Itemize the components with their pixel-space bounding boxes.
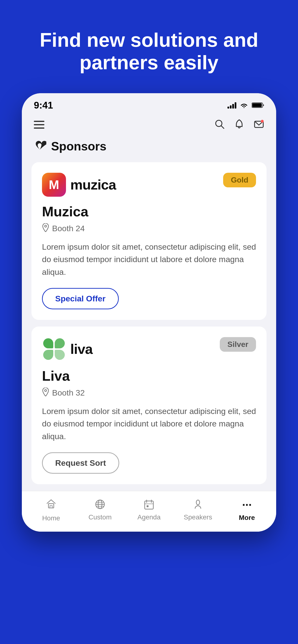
page-header: Sponsors: [22, 136, 276, 160]
home-label: Home: [42, 514, 60, 522]
svg-point-9: [45, 225, 47, 227]
nav-item-more[interactable]: ··· More: [231, 498, 262, 522]
status-icons: [227, 102, 264, 108]
liva-logo-area: liva: [42, 337, 93, 361]
liva-cta-button[interactable]: Request Sort: [42, 452, 119, 474]
svg-point-10: [45, 390, 47, 392]
sponsor-card-liva: liva Silver Liva Booth 32 Lorem ipsum do…: [32, 326, 266, 484]
status-time: 9:41: [34, 100, 53, 111]
agenda-label: Agenda: [137, 514, 161, 521]
muzica-cta-button[interactable]: Special Offer: [42, 288, 119, 309]
muzica-tier-badge: Gold: [223, 173, 256, 187]
nav-item-home[interactable]: Home: [36, 498, 67, 522]
muzica-logo-area: M muzica: [42, 173, 116, 197]
liva-description: Lorem ipsum dolor sit amet, consectetur …: [42, 405, 256, 443]
nav-item-custom[interactable]: Custom: [84, 498, 116, 521]
liva-booth: Booth 32: [52, 388, 85, 398]
bell-icon[interactable]: [234, 119, 244, 132]
speakers-icon: [192, 498, 204, 511]
hero-section: Find new solutions and partners easily: [0, 0, 298, 93]
muzica-logo-text: muzica: [70, 176, 116, 192]
more-label: More: [239, 514, 255, 522]
muzica-logo-icon: M: [42, 173, 66, 197]
search-icon[interactable]: [214, 119, 225, 132]
liva-logo-icon: [42, 337, 66, 361]
svg-rect-3: [34, 124, 44, 125]
location-icon-muzica: [42, 223, 49, 234]
home-icon: [45, 498, 57, 512]
muzica-booth: Booth 24: [52, 224, 85, 233]
sponsor-card-muzica: M muzica Gold Muzica Booth 24 Lorem ipsu…: [32, 162, 266, 320]
signal-icon: [227, 102, 236, 108]
svg-point-23: [196, 500, 200, 505]
more-icon: ···: [242, 498, 252, 512]
svg-rect-4: [34, 128, 44, 129]
agenda-icon: [143, 498, 155, 511]
svg-line-6: [221, 126, 224, 128]
wifi-icon: [240, 102, 248, 108]
svg-point-8: [261, 120, 264, 123]
muzica-booth-row: Booth 24: [42, 223, 256, 234]
liva-name: Liva: [42, 368, 256, 384]
nav-item-agenda[interactable]: Agenda: [133, 498, 165, 521]
svg-rect-18: [145, 501, 153, 509]
phone-frame: 9:41: [22, 93, 276, 532]
liva-tier-badge: Silver: [220, 337, 256, 352]
muzica-name: Muzica: [42, 204, 256, 220]
muzica-description: Lorem ipsum dolor sit amet, consectetur …: [42, 240, 256, 278]
svg-rect-2: [34, 121, 44, 122]
content-area: M muzica Gold Muzica Booth 24 Lorem ipsu…: [22, 160, 276, 491]
page-title: Sponsors: [51, 140, 106, 153]
liva-logo-text: liva: [70, 341, 93, 357]
location-icon-liva: [42, 388, 49, 398]
battery-icon: [252, 102, 264, 108]
status-bar: 9:41: [22, 93, 276, 113]
svg-rect-12: [50, 506, 52, 508]
svg-rect-22: [146, 505, 148, 507]
hero-title: Find new solutions and partners easily: [19, 29, 279, 74]
bottom-nav: Home Custom: [22, 491, 276, 532]
menu-icon[interactable]: [34, 119, 44, 131]
nav-bar: [22, 113, 276, 136]
page-header-icon: [34, 139, 46, 154]
custom-icon: [94, 498, 106, 511]
nav-right-icons: [214, 119, 264, 132]
mail-icon[interactable]: [254, 119, 264, 132]
nav-item-speakers[interactable]: Speakers: [182, 498, 214, 521]
custom-label: Custom: [89, 514, 112, 521]
liva-booth-row: Booth 32: [42, 388, 256, 398]
svg-rect-1: [252, 103, 262, 107]
speakers-label: Speakers: [184, 514, 212, 521]
